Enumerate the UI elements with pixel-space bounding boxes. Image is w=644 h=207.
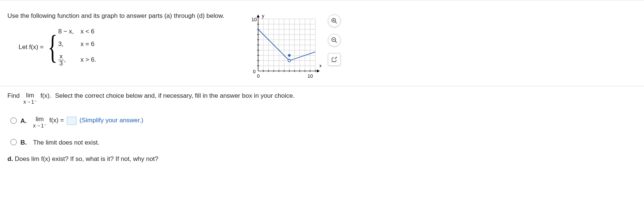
choice-b-radio[interactable] bbox=[10, 139, 17, 145]
case-1-cond: x < 6 bbox=[81, 28, 96, 35]
brace-icon: { bbox=[48, 33, 57, 62]
find-prefix: Find bbox=[7, 92, 20, 100]
choice-a-answer-input[interactable] bbox=[67, 117, 77, 125]
svg-point-50 bbox=[288, 59, 291, 62]
y-tick-10: 10 bbox=[251, 17, 257, 22]
limit-word: lim bbox=[26, 92, 34, 99]
case-3-expr: x 3 , bbox=[58, 53, 74, 67]
part-d-label: d. bbox=[7, 155, 13, 162]
part-d-prompt: d. Does lim f(x) exist? If so, what is i… bbox=[7, 155, 637, 163]
case-2-cond: x = 6 bbox=[81, 41, 96, 48]
function-definition: Let f(x) = { 8 − x, x < 6 3, x = 6 x 3 ,… bbox=[19, 28, 245, 67]
choice-b: B. The limit does not exist. bbox=[10, 138, 637, 146]
x-axis-label: x bbox=[319, 63, 321, 68]
choice-a-label: A. bbox=[20, 117, 29, 125]
choice-a-lim: lim bbox=[36, 116, 44, 123]
svg-point-49 bbox=[288, 54, 291, 57]
zoom-in-icon bbox=[331, 17, 338, 24]
case-3-num: x bbox=[58, 53, 64, 60]
problem-intro: Use the following function and its graph… bbox=[7, 12, 245, 20]
question-prompt: Find lim x→1⁻ f(x). Select the correct c… bbox=[7, 92, 637, 105]
choice-a-fxeq: f(x) = bbox=[49, 117, 64, 124]
open-in-new-icon bbox=[331, 56, 337, 62]
svg-marker-26 bbox=[317, 69, 320, 72]
choice-a-radio[interactable] bbox=[10, 117, 17, 124]
choice-b-label: B. bbox=[20, 139, 29, 146]
svg-line-48 bbox=[289, 52, 315, 61]
case-3-comma: , bbox=[64, 56, 66, 63]
case-3-den: 3 bbox=[58, 60, 64, 67]
svg-marker-24 bbox=[257, 14, 260, 17]
choice-a: A. lim x→1⁻ f(x) = (Simplify your answer… bbox=[10, 116, 637, 129]
zoom-in-button[interactable] bbox=[328, 14, 341, 27]
case-1-expr: 8 − x, bbox=[58, 28, 74, 35]
svg-line-52 bbox=[335, 22, 337, 23]
choice-b-text: The limit does not exist. bbox=[33, 139, 100, 146]
case-2-expr: 3, bbox=[58, 41, 74, 48]
choice-a-hint: (Simplify your answer.) bbox=[79, 117, 143, 124]
choice-a-lim-sub: x→1⁻ bbox=[33, 123, 46, 129]
let-label: Let f(x) = bbox=[19, 43, 44, 51]
popout-button[interactable] bbox=[328, 53, 341, 66]
find-fx: f(x). bbox=[40, 92, 51, 100]
graph[interactable]: y 10 0 0 10 x bbox=[247, 12, 321, 86]
case-3-cond: x > 6. bbox=[81, 56, 96, 64]
find-rest: Select the correct choice below and, if … bbox=[55, 92, 295, 100]
zoom-out-button[interactable] bbox=[328, 34, 341, 46]
part-d-text: Does lim f(x) exist? If so, what is it? … bbox=[15, 155, 158, 162]
x-tick-0: 0 bbox=[257, 73, 260, 79]
y-axis-label: y bbox=[262, 13, 264, 19]
x-tick-10: 10 bbox=[308, 73, 313, 79]
svg-line-56 bbox=[335, 41, 337, 43]
y-tick-0: 0 bbox=[253, 69, 256, 74]
limit-sub: x→1⁻ bbox=[23, 99, 37, 105]
zoom-out-icon bbox=[331, 37, 338, 43]
